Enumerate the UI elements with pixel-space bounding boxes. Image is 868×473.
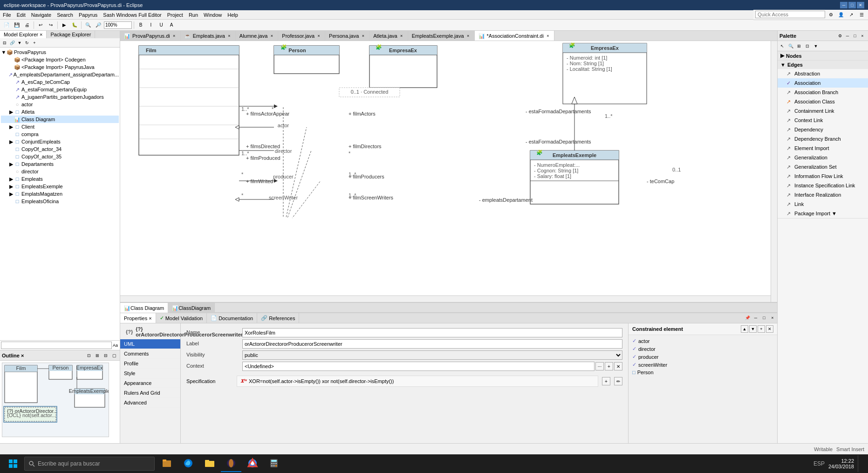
tree-item-dept[interactable]: ▶ □ Departaments — [1, 160, 119, 168]
outline-btn2[interactable]: ⊞ — [94, 352, 101, 359]
palette-zoom-btn[interactable]: 🔍 — [787, 42, 794, 50]
save-button[interactable]: 💾 — [12, 21, 21, 30]
diagram-area[interactable]: Film Person 🧩 — [120, 41, 777, 302]
section-profile[interactable]: Profile — [120, 359, 180, 369]
tree-item-conjunt[interactable]: ▶ □ ConjuntEmpleats — [1, 138, 119, 145]
tab-associationconstraint[interactable]: 📊 *AssociationConstraint.di × — [475, 31, 554, 41]
palette-item-generalization-set[interactable]: ↗ Generalization Set — [778, 162, 868, 171]
tree-item-dep3[interactable]: ↗ A_estaFormat_pertanyEquip — [1, 86, 119, 93]
constrained-up-btn[interactable]: ▲ — [741, 325, 748, 333]
qa-btn1[interactable]: ⚙ — [826, 10, 835, 19]
expander-actor[interactable] — [8, 102, 14, 107]
outline-btn3[interactable]: ⊟ — [102, 352, 109, 359]
tree-item-empleatsex[interactable]: ▶ □ EmpleatsExemple — [1, 183, 119, 190]
tree-item-empleats[interactable]: ▶ □ Empleats — [1, 175, 119, 183]
expander-dep2[interactable] — [8, 79, 14, 85]
filter-button[interactable]: ▼ — [16, 39, 23, 47]
properties-tab-validation[interactable]: ✓ Model Validation — [156, 313, 207, 323]
outline-btn4[interactable]: ▢ — [110, 352, 118, 359]
constrained-down-btn[interactable]: ▼ — [749, 325, 757, 333]
tab-provapapyrus[interactable]: 📊 ProvaPapyrus.di × — [120, 31, 181, 41]
underline-button[interactable]: U — [157, 21, 166, 30]
palette-item-interface-realization[interactable]: ↗ Interface Realization — [778, 190, 868, 199]
expander-conjunt[interactable]: ▶ — [8, 139, 14, 144]
tree-item-pkg2[interactable]: 📦 <Package Import> PapyrusJava — [1, 63, 119, 71]
palette-item-instance-spec[interactable]: ↗ Instance Specification Link — [778, 181, 868, 190]
tab-empleatsexemple[interactable]: EmpleatsExemple.java × — [408, 31, 475, 41]
zoom-out-button[interactable]: 🔎 — [94, 21, 103, 30]
palette-zoom-all-btn[interactable]: ⊡ — [804, 42, 811, 50]
prop-context-add-btn[interactable]: + — [605, 362, 613, 370]
properties-tab-documentation[interactable]: 📄 Documentation — [207, 313, 257, 323]
prop-label-input[interactable] — [242, 339, 622, 349]
expander-empleatsex[interactable]: ▶ — [8, 184, 14, 189]
prop-visibility-select[interactable]: public private protected package — [242, 350, 622, 360]
expander-dept[interactable]: ▶ — [8, 161, 14, 167]
palette-item-information-flow[interactable]: ↗ Information Flow Link — [778, 171, 868, 181]
section-uml[interactable]: UML — [120, 339, 180, 349]
tab-professor[interactable]: Professor.java × — [278, 31, 325, 41]
italic-button[interactable]: I — [146, 21, 156, 30]
tab-close5[interactable]: × — [361, 34, 365, 38]
constrained-item-person[interactable]: □ Person — [630, 369, 775, 376]
menu-window[interactable]: Window — [201, 10, 225, 19]
qa-btn2[interactable]: 👤 — [836, 10, 846, 19]
menu-project[interactable]: Project — [164, 10, 186, 19]
quick-access-input[interactable] — [755, 11, 825, 18]
constrained-item-actor[interactable]: ✓ actor — [630, 337, 775, 345]
tab-close6[interactable]: × — [399, 34, 404, 38]
expander-empleats[interactable]: ▶ — [8, 176, 14, 182]
font-size-button[interactable]: A — [167, 21, 176, 30]
tab-close2[interactable]: × — [227, 34, 232, 38]
tab-model-explorer[interactable]: Model Explorer × — [0, 31, 47, 38]
tree-item-director[interactable]: ○ director — [1, 168, 119, 175]
tab-close8[interactable]: × — [546, 34, 550, 38]
palette-item-containment-link[interactable]: ↗ Containment Link — [778, 106, 868, 116]
palette-item-link[interactable]: ↗ Link — [778, 199, 868, 209]
new-button[interactable]: 📄 — [2, 21, 11, 30]
expander-pkg1[interactable] — [8, 57, 14, 62]
tab-close7[interactable]: × — [466, 34, 471, 38]
taskbar-item-chrome[interactable] — [242, 455, 263, 472]
prop-spec-edit-btn[interactable]: ✏ — [614, 377, 622, 385]
expander-empmagatz[interactable]: ▶ — [8, 191, 14, 197]
constrained-item-director[interactable]: ✓ director — [630, 345, 775, 353]
tab-atleta[interactable]: Atleta.java × — [369, 31, 408, 41]
tree-item-pkg1[interactable]: 📦 <Package Import> Codegen — [1, 56, 119, 63]
section-comments[interactable]: Comments — [120, 349, 180, 359]
palette-item-association-branch[interactable]: ↗ Association Branch — [778, 88, 868, 97]
show-desktop-btn[interactable] — [858, 455, 861, 472]
vscrollbar[interactable] — [771, 41, 777, 302]
palette-item-context-link[interactable]: ↗ Context Link — [778, 116, 868, 125]
prop-name-input[interactable] — [242, 328, 622, 337]
tab-persona[interactable]: Persona.java × — [325, 31, 369, 41]
debug-button[interactable]: 🐛 — [70, 21, 79, 30]
constrained-remove-btn[interactable]: ✕ — [766, 325, 773, 333]
minimize-button[interactable]: ─ — [840, 2, 847, 8]
expander-client[interactable]: ▶ — [8, 124, 14, 130]
palette-item-association-class[interactable]: ↗ Association Class — [778, 97, 868, 106]
section-rulers[interactable]: Rulers And Grid — [120, 388, 180, 398]
palette-edges-header[interactable]: ▼ Edges — [778, 61, 868, 69]
close-button[interactable]: ✕ — [857, 2, 864, 8]
constrained-add-btn[interactable]: + — [758, 325, 765, 333]
menu-navigate[interactable]: Navigate — [28, 10, 54, 19]
qa-btn3[interactable]: ↗ — [847, 10, 856, 19]
prop-context-dots-btn[interactable]: ··· — [595, 362, 604, 370]
expander-dep1[interactable] — [5, 72, 8, 77]
taskbar-item-folder[interactable] — [199, 455, 220, 472]
palette-more-btn[interactable]: ▼ — [812, 42, 820, 50]
palette-grid-btn[interactable]: ⊞ — [795, 42, 803, 50]
tree-item-root[interactable]: ▼ 📦 ProvaPapyrus — [1, 48, 119, 56]
taskbar-item-eclipse[interactable] — [221, 455, 241, 472]
palette-item-association[interactable]: ✓ Association — [778, 78, 868, 88]
palette-select-btn[interactable]: ↖ — [779, 42, 786, 50]
taskbar-item-calculator[interactable] — [264, 455, 284, 472]
tree-item-empmagatz[interactable]: ▶ □ EmplatsMagatzen — [1, 190, 119, 198]
window-controls[interactable]: ─ □ ✕ — [840, 2, 864, 8]
palette-min-btn[interactable]: ─ — [844, 32, 851, 40]
palette-nodes-header[interactable]: ▶ Nodes — [778, 51, 868, 60]
properties-tab-properties[interactable]: Properties × — [120, 313, 156, 323]
menu-run[interactable]: Run — [186, 10, 201, 19]
menu-help[interactable]: Help — [225, 10, 241, 19]
